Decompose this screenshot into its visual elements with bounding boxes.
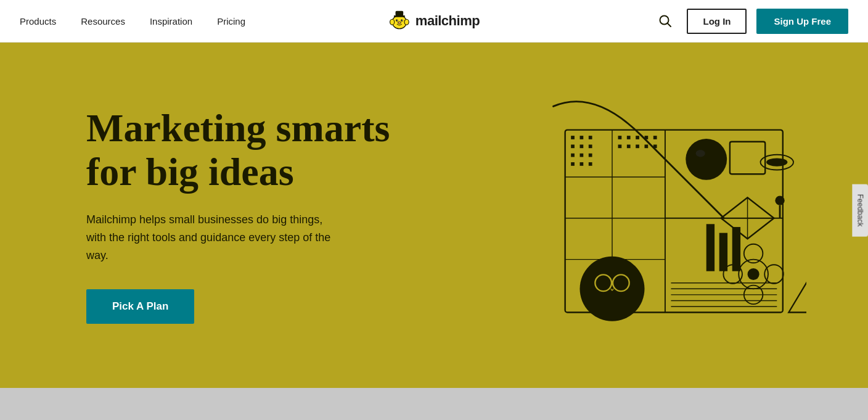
- svg-point-64: [748, 268, 760, 280]
- nav-right: Log In Sign Up Free: [653, 9, 848, 34]
- nav-item-products[interactable]: Products: [20, 16, 56, 27]
- navbar: Products Resources Inspiration Pricing: [0, 0, 868, 43]
- svg-point-4: [397, 20, 398, 20]
- svg-rect-32: [571, 162, 575, 166]
- nav-item-pricing[interactable]: Pricing: [217, 16, 245, 27]
- mailchimp-logo-icon: [388, 10, 411, 32]
- svg-rect-13: [396, 11, 404, 16]
- hero-content: Marketing smarts for big ideas Mailchimp…: [86, 107, 395, 323]
- svg-rect-39: [653, 136, 657, 139]
- svg-point-50: [696, 150, 705, 157]
- svg-point-63: [764, 265, 784, 284]
- hero-title: Marketing smarts for big ideas: [86, 107, 395, 194]
- hero-illustration-svg: [547, 98, 806, 332]
- login-button[interactable]: Log In: [687, 9, 747, 34]
- svg-rect-24: [580, 136, 584, 139]
- hero-subtitle: Mailchimp helps small businesses do big …: [86, 211, 345, 264]
- svg-rect-40: [618, 144, 622, 148]
- bottom-bar: [0, 388, 868, 420]
- svg-point-9: [400, 22, 401, 23]
- svg-point-49: [686, 139, 727, 180]
- svg-point-8: [398, 22, 399, 23]
- svg-point-5: [402, 20, 403, 20]
- svg-rect-51: [730, 142, 765, 175]
- svg-rect-33: [580, 162, 584, 166]
- svg-rect-35: [618, 136, 622, 139]
- svg-rect-71: [706, 224, 714, 271]
- svg-rect-29: [571, 154, 575, 157]
- svg-rect-30: [580, 154, 584, 157]
- svg-marker-65: [788, 283, 806, 313]
- svg-rect-31: [589, 154, 592, 157]
- svg-point-11: [404, 19, 409, 25]
- svg-point-10: [390, 19, 395, 25]
- svg-point-60: [744, 244, 763, 263]
- nav-item-resources[interactable]: Resources: [81, 16, 125, 27]
- svg-rect-34: [589, 162, 592, 166]
- feedback-tab[interactable]: Feedback: [853, 184, 868, 236]
- svg-rect-26: [571, 144, 575, 148]
- pick-a-plan-button[interactable]: Pick A Plan: [86, 289, 194, 324]
- svg-line-15: [668, 23, 671, 27]
- svg-rect-36: [627, 136, 631, 139]
- svg-rect-42: [636, 144, 639, 148]
- svg-point-3: [401, 19, 403, 22]
- svg-rect-23: [571, 136, 575, 139]
- svg-rect-43: [645, 144, 649, 148]
- svg-rect-27: [580, 144, 584, 148]
- svg-point-53: [766, 158, 787, 166]
- svg-rect-37: [636, 136, 639, 139]
- svg-rect-41: [627, 144, 631, 148]
- search-icon: [658, 14, 672, 28]
- svg-rect-73: [732, 227, 740, 271]
- mailchimp-wordmark: mailchimp: [416, 13, 480, 29]
- signup-button[interactable]: Sign Up Free: [756, 9, 848, 34]
- hero-illustration: [547, 98, 806, 332]
- nav-left: Products Resources Inspiration Pricing: [20, 16, 245, 27]
- nav-item-inspiration[interactable]: Inspiration: [150, 16, 192, 27]
- svg-point-45: [580, 257, 645, 321]
- svg-point-2: [396, 19, 398, 22]
- site-logo[interactable]: mailchimp: [388, 10, 480, 32]
- svg-rect-28: [589, 144, 592, 148]
- svg-rect-72: [719, 233, 727, 271]
- svg-rect-25: [589, 136, 592, 139]
- svg-point-57: [775, 196, 784, 205]
- hero-section: Marketing smarts for big ideas Mailchimp…: [0, 43, 868, 388]
- search-button[interactable]: [653, 9, 677, 33]
